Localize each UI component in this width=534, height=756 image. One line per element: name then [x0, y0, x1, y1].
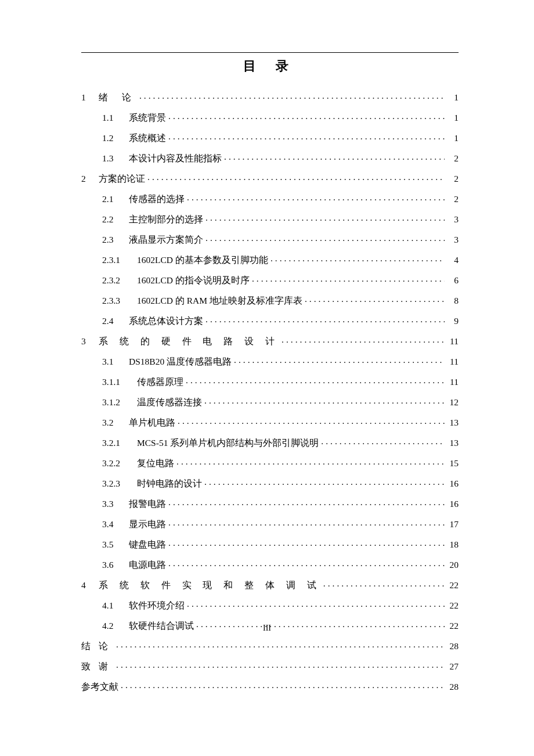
toc-entry[interactable]: 致谢27: [81, 660, 459, 671]
toc-entry[interactable]: 3系 统 的 硬 件 电 路 设 计11: [81, 335, 459, 345]
toc-entry-number: 3.2.3: [102, 479, 137, 488]
toc-entry-label: 传感器原理: [137, 377, 183, 387]
toc-entry-label: 系统总体设计方案: [129, 316, 203, 326]
toc-entry[interactable]: 3.2.1MCS-51 系列单片机内部结构与外部引脚说明13: [81, 437, 459, 447]
horizontal-rule: [81, 52, 459, 53]
toc-leader-dots: [205, 213, 445, 222]
toc-leader-dots: [224, 152, 445, 161]
toc-entry-page: 22: [447, 581, 459, 590]
toc-entry-page: 1: [447, 134, 459, 143]
toc-entry-page: 22: [447, 601, 459, 610]
toc-entry-number: 4: [81, 581, 99, 590]
toc-entry[interactable]: 3.2.3时钟电路的设计16: [81, 477, 459, 488]
toc-entry-number: 1.2: [102, 134, 129, 143]
toc-entry[interactable]: 2.3液晶显示方案简介3: [81, 233, 459, 244]
toc-entry-number: 2.3: [102, 235, 129, 244]
toc-entry[interactable]: 结论28: [81, 640, 459, 650]
toc-entry[interactable]: 3.3报警电路16: [81, 498, 459, 508]
toc-entry-label: 系 统 的 硬 件 电 路 设 计: [99, 337, 279, 346]
toc-entry-page: 2: [447, 195, 459, 204]
toc-leader-dots: [116, 660, 445, 669]
toc-entry-page: 28: [447, 642, 459, 651]
toc-entry[interactable]: 1.2系统概述1: [81, 132, 459, 142]
toc-leader-dots: [176, 457, 445, 466]
toc-leader-dots: [323, 579, 445, 588]
toc-leader-dots: [168, 559, 445, 568]
toc-leader-dots: [187, 193, 445, 202]
toc-entry-label: 绪 论: [99, 93, 137, 102]
toc-entry[interactable]: 2.4系统总体设计方案9: [81, 315, 459, 325]
toc-entry-label: 主控制部分的选择: [129, 215, 203, 224]
toc-leader-dots: [168, 498, 445, 507]
toc-entry-label: 液晶显示方案简介: [129, 235, 203, 244]
toc-entry[interactable]: 4系 统 软 件 实 现 和 整 体 调 试22: [81, 579, 459, 589]
toc-entry-number: 3.2: [102, 418, 129, 427]
toc-entry[interactable]: 1绪 论1: [81, 91, 459, 102]
toc-leader-dots: [270, 254, 445, 263]
toc-entry[interactable]: 3.2单片机电路13: [81, 416, 459, 427]
toc-entry[interactable]: 3.5键盘电路18: [81, 538, 459, 549]
toc-entry[interactable]: 3.1.1传感器原理11: [81, 376, 459, 386]
toc-entry-number: 2.3.2: [102, 276, 137, 285]
toc-leader-dots: [204, 396, 445, 405]
toc-entry-page: 16: [447, 479, 459, 488]
toc-leader-dots: [305, 294, 445, 304]
toc-leader-dots: [186, 376, 445, 385]
toc-entry-number: 3.2.2: [102, 459, 137, 468]
toc-entry[interactable]: 3.1DS18B20 温度传感器电路11: [81, 355, 459, 366]
toc-entry-page: 13: [447, 438, 459, 448]
toc-entry-page: 11: [447, 357, 459, 366]
toc-entry-page: 9: [447, 316, 459, 326]
toc-leader-dots: [168, 111, 445, 121]
toc-leader-dots: [139, 91, 445, 100]
toc-entry-label: 软件环境介绍: [129, 601, 185, 610]
toc-entry-page: 18: [447, 540, 459, 549]
toc-entry-page: 1: [447, 113, 459, 123]
toc-entry-number: 1: [81, 93, 99, 102]
document-title: 目 录: [81, 57, 459, 75]
toc-entry-number: 结: [81, 642, 99, 651]
toc-entry[interactable]: 2.3.31602LCD 的 RAM 地址映射及标准字库表8: [81, 294, 459, 305]
toc-entry[interactable]: 3.1.2温度传感器连接12: [81, 396, 459, 406]
toc-leader-dots: [168, 538, 445, 548]
toc-leader-dots: [121, 681, 445, 690]
toc-entry-label: 1602LCD 的基本参数及引脚功能: [137, 255, 268, 265]
toc-entry[interactable]: 3.2.2复位电路15: [81, 457, 459, 467]
toc-entry-label: 参考文献: [81, 682, 118, 692]
toc-entry-label: DS18B20 温度传感器电路: [129, 357, 232, 366]
toc-entry-label: 1602LCD 的 RAM 地址映射及标准字库表: [137, 296, 302, 305]
toc-entry-number: 3.1.2: [102, 398, 137, 407]
toc-leader-dots: [196, 620, 445, 629]
toc-entry-number: 3.2.1: [102, 438, 137, 448]
toc-entry-number: 3.6: [102, 560, 129, 570]
toc-entry-page: 11: [447, 337, 459, 346]
toc-entry[interactable]: 1.1系统背景1: [81, 111, 459, 122]
toc-leader-dots: [204, 477, 445, 487]
toc-entry[interactable]: 2.3.11602LCD 的基本参数及引脚功能4: [81, 254, 459, 264]
toc-entry-page: 28: [447, 682, 459, 692]
toc-leader-dots: [178, 416, 445, 426]
toc-entry-page: 12: [447, 398, 459, 407]
toc-entry-number: 4.1: [102, 601, 129, 610]
toc-entry-page: 8: [447, 296, 459, 305]
toc-entry[interactable]: 参考文献28: [81, 681, 459, 691]
toc-entry-number: 1.3: [102, 154, 129, 163]
toc-entry-number: 2: [81, 174, 99, 183]
toc-entry-label: 本设计内容及性能指标: [129, 154, 222, 163]
toc-entry[interactable]: 3.4显示电路17: [81, 518, 459, 528]
toc-entry-label: 温度传感器连接: [137, 398, 202, 407]
toc-entry[interactable]: 2.1传感器的选择2: [81, 193, 459, 203]
toc-entry[interactable]: 1.3本设计内容及性能指标2: [81, 152, 459, 163]
toc-entry[interactable]: 2.3.21602LCD 的指令说明及时序6: [81, 274, 459, 285]
toc-entry-label: 复位电路: [137, 459, 174, 468]
toc-entry-label: 系 统 软 件 实 现 和 整 体 调 试: [99, 581, 321, 590]
toc-entry-label: 显示电路: [129, 520, 166, 529]
toc-entry-label: 单片机电路: [129, 418, 175, 427]
toc-entry-label: 1602LCD 的指令说明及时序: [137, 276, 250, 285]
toc-entry[interactable]: 3.6电源电路20: [81, 559, 459, 569]
toc-entry-label: 键盘电路: [129, 540, 166, 549]
toc-entry[interactable]: 4.1软件环境介绍22: [81, 599, 459, 610]
toc-entry-label: 报警电路: [129, 499, 166, 509]
toc-entry[interactable]: 2.2主控制部分的选择3: [81, 213, 459, 224]
toc-entry[interactable]: 2方案的论证2: [81, 172, 459, 183]
